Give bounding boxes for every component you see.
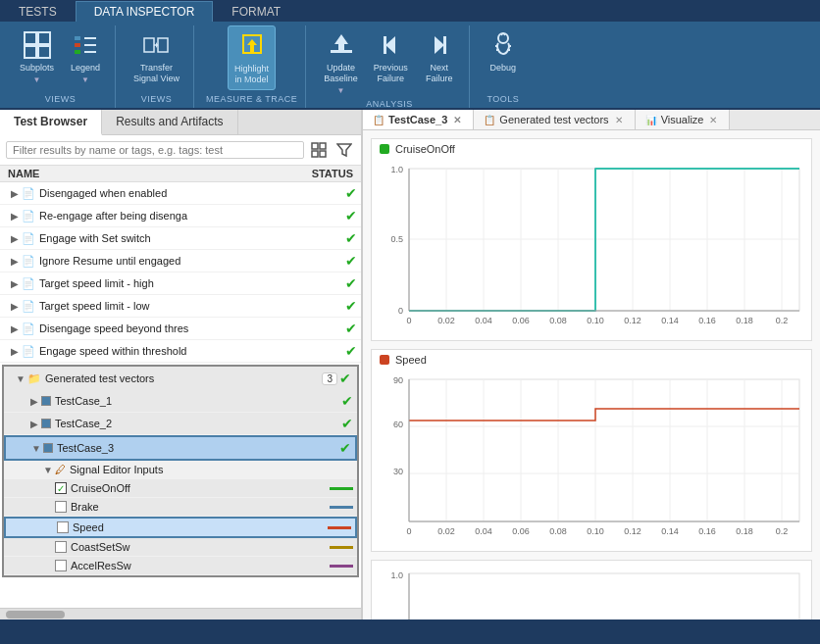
svg-rect-0 — [25, 32, 36, 44]
tab-tests[interactable]: TESTS — [0, 1, 76, 22]
svg-text:0.5: 0.5 — [390, 234, 403, 244]
legend-button[interactable]: Legend ▼ — [64, 25, 107, 88]
tree-area[interactable]: ▶ 📄 Disengaged when enabled ✔ ▶ 📄 Re-eng… — [0, 182, 361, 608]
svg-rect-19 — [384, 36, 386, 54]
tree-expander[interactable]: ▶ — [8, 233, 22, 244]
tree-item-testcase3[interactable]: ▼ TestCase_3 ✔ — [4, 435, 357, 461]
ribbon-group-label-tools: TOOLS — [487, 94, 519, 106]
svg-text:0.04: 0.04 — [475, 316, 492, 325]
cruiseonoff-chart-label: CruiseOnOff — [395, 143, 455, 155]
previous-failure-button[interactable]: PreviousFailure — [368, 25, 414, 88]
tree-expander[interactable]: ▼ — [29, 443, 43, 454]
file-icon: 📄 — [22, 255, 35, 268]
svg-text:0.08: 0.08 — [549, 526, 567, 536]
list-item[interactable]: ▶ 📄 Target speed limit - low ✔ — [0, 295, 361, 318]
debug-button[interactable]: Debug — [482, 25, 525, 77]
scrollbar-thumb[interactable] — [6, 611, 65, 619]
chart-tab-generated-vectors[interactable]: 📋 Generated test vectors ✕ — [474, 110, 635, 129]
left-tab-bar: Test Browser Results and Artifacts — [0, 110, 361, 135]
ribbon-buttons-views2: TransferSignal View — [128, 25, 185, 94]
speed-color-indicator — [328, 526, 351, 529]
brake-color-indicator — [330, 506, 353, 509]
svg-text:0.12: 0.12 — [624, 316, 641, 325]
horizontal-scrollbar[interactable] — [0, 608, 361, 619]
svg-text:0.16: 0.16 — [698, 526, 716, 536]
tree-expander[interactable]: ▼ — [41, 465, 55, 475]
tab-format[interactable]: FORMAT — [213, 1, 299, 22]
tree-item-testcase1[interactable]: ▶ TestCase_1 ✔ — [4, 390, 357, 413]
tab-results-artifacts[interactable]: Results and Artifacts — [102, 110, 237, 134]
update-baseline-button[interactable]: UpdateBaseline ▼ — [318, 25, 364, 99]
next-failure-button[interactable]: NextFailure — [418, 25, 461, 88]
subplots-icon — [22, 29, 53, 61]
tree-expander[interactable]: ▶ — [8, 323, 22, 334]
chart-tab-close-testcase3[interactable]: ✕ — [451, 115, 463, 125]
chart-tab-close-visualize[interactable]: ✕ — [707, 115, 719, 125]
speed-chart-container: Speed — [371, 349, 812, 552]
grid-view-button[interactable] — [308, 139, 330, 161]
ribbon-group-label-analysis: ANALYSIS — [366, 99, 412, 111]
svg-marker-33 — [337, 144, 351, 156]
svg-text:0.04: 0.04 — [475, 526, 492, 536]
status-icon: ✔ — [345, 208, 357, 223]
subplots-dropdown-icon: ▼ — [33, 75, 41, 84]
svg-text:0.18: 0.18 — [736, 316, 753, 325]
highlight-in-model-button[interactable]: Highlightin Model — [228, 25, 276, 90]
speed-checkbox[interactable] — [57, 521, 69, 533]
tree-item-coastsetsw[interactable]: CoastSetSw — [4, 538, 357, 557]
tree-expander[interactable]: ▶ — [8, 256, 22, 267]
debug-icon — [487, 29, 519, 61]
tree-expander[interactable]: ▶ — [8, 278, 22, 289]
list-item[interactable]: ▶ 📄 Target speed limit - high ✔ — [0, 272, 361, 295]
tree-item-label: Disengage speed beyond thres — [39, 322, 345, 334]
svg-marker-18 — [385, 36, 395, 54]
tab-data-inspector[interactable]: DATA INSPECTOR — [76, 1, 214, 22]
tree-group-generated-vectors[interactable]: ▼ 📁 Generated test vectors 3 ✔ — [6, 368, 355, 389]
ribbon-buttons-views1: Subplots ▼ Legend ▼ — [14, 25, 107, 94]
coastsetsw-checkbox[interactable] — [55, 541, 67, 553]
cruiseonoff-checkbox[interactable]: ✓ — [55, 482, 67, 494]
list-item[interactable]: ▶ 📄 Disengaged when enabled ✔ — [0, 182, 361, 205]
cruiseonoff-svg: 0 0.5 1.0 0 0.02 0.04 0.06 0.08 0.10 0.1… — [372, 159, 809, 340]
ribbon: Subplots ▼ Legend ▼ VIEWS — [0, 22, 820, 110]
group-count-badge: 3 — [322, 372, 337, 385]
tree-item-speed[interactable]: Speed — [4, 517, 357, 538]
list-item[interactable]: ▶ 📄 Ignore Resume until engaged ✔ — [0, 250, 361, 272]
third-svg: 1.0 — [372, 569, 809, 619]
tree-expander[interactable]: ▶ — [8, 211, 22, 222]
chart-tab-testcase3[interactable]: 📋 TestCase_3 ✕ — [363, 110, 474, 129]
subplots-label: Subplots — [20, 63, 54, 74]
file-icon: 📄 — [22, 345, 35, 358]
tree-item-brake[interactable]: Brake — [4, 498, 357, 517]
filter-button[interactable] — [333, 139, 355, 161]
transfer-signal-view-button[interactable]: TransferSignal View — [128, 25, 185, 88]
tree-expander[interactable]: ▶ — [8, 188, 22, 199]
subplots-button[interactable]: Subplots ▼ — [14, 25, 60, 88]
ribbon-group-views2: TransferSignal View VIEWS — [120, 25, 194, 108]
chart-tab-visualize[interactable]: 📊 Visualize ✕ — [636, 110, 731, 129]
tab-test-browser[interactable]: Test Browser — [0, 110, 102, 135]
tree-expander[interactable]: ▶ — [27, 419, 41, 429]
tree-item-testcase2[interactable]: ▶ TestCase_2 ✔ — [4, 413, 357, 435]
chart-tab-close-generated[interactable]: ✕ — [613, 115, 625, 125]
tree-expander[interactable]: ▶ — [8, 301, 22, 312]
ribbon-group-views1: Subplots ▼ Legend ▼ VIEWS — [6, 25, 116, 108]
tree-expander[interactable]: ▶ — [27, 396, 41, 407]
left-panel: Test Browser Results and Artifacts — [0, 110, 363, 619]
tree-expander[interactable]: ▶ — [8, 346, 22, 357]
tree-item-signal-editor[interactable]: ▼ 🖊 Signal Editor Inputs — [4, 461, 357, 479]
search-input[interactable] — [6, 141, 304, 159]
speed-svg: 30 60 90 0 0.02 0.04 0.06 0.08 0.10 0.12… — [372, 370, 809, 551]
list-item[interactable]: ▶ 📄 Engage speed within threshold ✔ — [0, 340, 361, 363]
list-item[interactable]: ▶ 📄 Disengage speed beyond thres ✔ — [0, 318, 361, 340]
brake-checkbox[interactable] — [55, 501, 67, 513]
tree-item-accelressw[interactable]: AccelResSw — [4, 557, 357, 575]
tree-item-cruiseonoff[interactable]: ✓ CruiseOnOff — [4, 479, 357, 498]
group-expander[interactable]: ▼ — [14, 373, 27, 384]
list-item[interactable]: ▶ 📄 Engage with Set switch ✔ — [0, 227, 361, 250]
accelressw-checkbox[interactable] — [55, 560, 67, 571]
list-item[interactable]: ▶ 📄 Re-engage after being disenga ✔ — [0, 205, 361, 227]
coastsetsw-color-indicator — [330, 546, 353, 549]
debug-label: Debug — [490, 63, 517, 74]
prev-failure-icon — [375, 29, 406, 61]
